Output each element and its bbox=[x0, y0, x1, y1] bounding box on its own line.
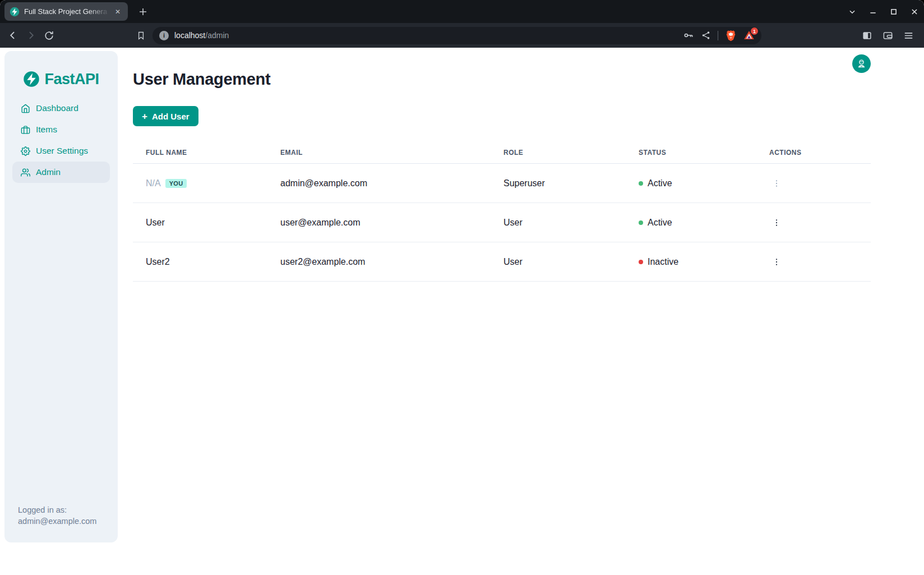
cell-role: Superuser bbox=[491, 178, 626, 188]
add-user-button[interactable]: + Add User bbox=[133, 106, 198, 126]
back-button[interactable] bbox=[6, 28, 20, 43]
table-row: N/A YOU admin@example.com Superuser Acti… bbox=[133, 164, 871, 203]
window-minimize-icon[interactable] bbox=[867, 6, 879, 18]
page-title: User Management bbox=[133, 70, 924, 89]
sidebar-item-label: User Settings bbox=[36, 146, 88, 156]
window-controls bbox=[846, 0, 921, 23]
window-maximize-icon[interactable] bbox=[888, 6, 900, 18]
col-header-email: EMAIL bbox=[267, 149, 491, 157]
sidebar-item-label: Items bbox=[36, 125, 57, 135]
password-key-icon[interactable] bbox=[683, 30, 694, 41]
reload-button[interactable] bbox=[41, 28, 56, 43]
browser-tab[interactable]: Full Stack Project Genera ✕ bbox=[4, 2, 128, 21]
row-actions-menu-button[interactable] bbox=[769, 176, 784, 191]
new-tab-button[interactable] bbox=[135, 4, 151, 20]
you-badge: YOU bbox=[165, 179, 187, 188]
menu-hamburger-icon[interactable] bbox=[902, 29, 915, 42]
url-host: localhost bbox=[174, 31, 205, 40]
brave-rewards-icon[interactable]: 1 bbox=[743, 30, 755, 41]
window-close-icon[interactable] bbox=[908, 6, 921, 18]
browser-window: Full Stack Project Genera ✕ i localhost/… bbox=[0, 0, 924, 575]
table-row: User user@example.com User Active bbox=[133, 203, 871, 242]
browser-toolbar: i localhost/admin 1 bbox=[0, 23, 924, 48]
cell-full-name: N/A bbox=[146, 178, 161, 188]
briefcase-icon bbox=[21, 125, 30, 135]
sidebar-item-label: Admin bbox=[36, 167, 61, 177]
plus-icon bbox=[138, 7, 147, 16]
rewards-badge: 1 bbox=[751, 27, 758, 35]
fastapi-logo: FastAPI bbox=[4, 70, 118, 88]
cell-status: Inactive bbox=[648, 257, 678, 267]
plus-icon: + bbox=[142, 112, 147, 121]
col-header-full-name: FULL NAME bbox=[133, 149, 267, 157]
row-actions-menu-button[interactable] bbox=[769, 215, 784, 230]
page-content: FastAPI Dashboard Items User Settings A bbox=[0, 48, 924, 575]
forward-button[interactable] bbox=[24, 28, 38, 43]
bookmark-icon[interactable] bbox=[133, 28, 148, 43]
cell-status: Active bbox=[648, 218, 672, 228]
window-chevron-down-icon[interactable] bbox=[846, 6, 858, 18]
users-table: FULL NAME EMAIL ROLE STATUS ACTIONS N/A … bbox=[133, 141, 871, 282]
cell-full-name: User bbox=[133, 218, 267, 228]
cell-role: User bbox=[491, 257, 626, 267]
table-header-row: FULL NAME EMAIL ROLE STATUS ACTIONS bbox=[133, 141, 871, 164]
add-user-label: Add User bbox=[152, 112, 190, 121]
site-info-icon[interactable]: i bbox=[159, 31, 169, 40]
urlbar-divider bbox=[718, 31, 718, 40]
table-row: User2 user2@example.com User Inactive bbox=[133, 242, 871, 282]
col-header-actions: ACTIONS bbox=[756, 149, 871, 157]
sidebar-item-user-settings[interactable]: User Settings bbox=[12, 140, 110, 162]
tab-close-icon[interactable]: ✕ bbox=[113, 7, 123, 17]
home-icon bbox=[21, 104, 30, 113]
tab-strip: Full Stack Project Genera ✕ bbox=[0, 0, 924, 23]
main-panel: User Management + Add User FULL NAME EMA… bbox=[133, 48, 924, 282]
logged-in-info: Logged in as: admin@example.com bbox=[18, 504, 96, 527]
status-dot bbox=[639, 260, 643, 264]
logged-in-label: Logged in as: bbox=[18, 504, 96, 516]
url-path: /admin bbox=[205, 31, 229, 40]
sidebar-nav: Dashboard Items User Settings Admin bbox=[4, 98, 118, 183]
sidebar-item-admin[interactable]: Admin bbox=[12, 162, 110, 183]
brand-name: FastAPI bbox=[44, 71, 99, 88]
status-dot bbox=[639, 181, 643, 186]
col-header-status: STATUS bbox=[626, 149, 756, 157]
cell-full-name: User2 bbox=[133, 257, 267, 267]
address-bar[interactable]: i localhost/admin 1 bbox=[153, 27, 761, 44]
logged-in-email: admin@example.com bbox=[18, 516, 96, 527]
sidebar-panel-icon[interactable] bbox=[860, 29, 874, 42]
sidebar-item-dashboard[interactable]: Dashboard bbox=[12, 98, 110, 119]
sidebar: FastAPI Dashboard Items User Settings A bbox=[4, 51, 118, 542]
cell-email: user2@example.com bbox=[267, 257, 491, 267]
cell-status: Active bbox=[648, 178, 672, 188]
brave-shield-icon[interactable] bbox=[725, 30, 737, 42]
row-actions-menu-button[interactable] bbox=[769, 255, 784, 269]
fastapi-bolt-icon bbox=[23, 71, 40, 88]
tab-title: Full Stack Project Genera bbox=[24, 7, 113, 16]
gear-icon bbox=[21, 146, 30, 156]
col-header-role: ROLE bbox=[491, 149, 626, 157]
share-icon[interactable] bbox=[701, 30, 711, 40]
cell-role: User bbox=[491, 218, 626, 228]
wallet-icon[interactable] bbox=[881, 29, 894, 42]
cell-email: admin@example.com bbox=[267, 178, 491, 188]
sidebar-item-items[interactable]: Items bbox=[12, 119, 110, 140]
sidebar-item-label: Dashboard bbox=[36, 103, 78, 113]
status-dot bbox=[639, 220, 643, 225]
cell-email: user@example.com bbox=[267, 218, 491, 228]
users-icon bbox=[21, 168, 30, 177]
url-text: localhost/admin bbox=[174, 31, 229, 40]
fastapi-favicon-icon bbox=[10, 7, 20, 17]
